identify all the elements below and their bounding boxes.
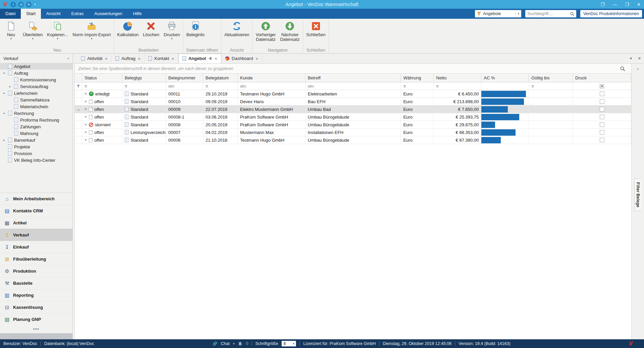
collapse-sidebar-icon[interactable]: ‹ bbox=[67, 56, 69, 61]
tree-item[interactable]: Angebot bbox=[0, 63, 72, 70]
menu-tab[interactable]: Start bbox=[21, 9, 41, 19]
fullscreen-icon[interactable]: ❐ bbox=[601, 2, 605, 7]
column-header-belegdatum[interactable]: Belegdatum bbox=[203, 74, 238, 82]
nav-item[interactable]: ↧ Einkauf bbox=[0, 241, 72, 253]
nav-overflow-button[interactable]: ••• bbox=[0, 325, 72, 333]
document-tab[interactable]: Dashboard bbox=[221, 54, 262, 63]
nav-item[interactable]: ▧ Planung GNP bbox=[0, 313, 72, 325]
grid-search-icon[interactable] bbox=[620, 66, 625, 71]
expand-panel-icon[interactable]: › bbox=[637, 66, 638, 71]
filter-cell-ac-percent[interactable] bbox=[481, 82, 529, 90]
tree-item[interactable]: VK Beleg Info-Center bbox=[0, 157, 72, 163]
druck-checkbox[interactable] bbox=[600, 122, 604, 127]
tree-item[interactable]: Mahnung bbox=[0, 130, 72, 137]
notifications-bell-icon[interactable] bbox=[238, 341, 243, 346]
table-row[interactable]: + offen Standard 00010 09.09.2019 Devex … bbox=[75, 98, 631, 106]
tree-item[interactable]: Provision bbox=[0, 150, 72, 157]
tree-item[interactable]: ▾ Lieferschein bbox=[0, 90, 72, 96]
tree-expander-icon[interactable]: ▾ bbox=[3, 92, 8, 95]
table-row[interactable]: + storniert Standard 00008 20.05.2019 Pr… bbox=[75, 121, 631, 129]
chat-dropdown-icon[interactable]: ▾ bbox=[233, 342, 235, 345]
druck-checkbox[interactable] bbox=[600, 138, 604, 142]
menu-tab[interactable]: Extras bbox=[66, 9, 89, 19]
filter-cell-druck[interactable] bbox=[573, 82, 631, 90]
nav-item[interactable]: ▥ Reporting bbox=[0, 289, 72, 301]
expand-row-icon[interactable]: + bbox=[85, 91, 89, 96]
druck-checkbox[interactable] bbox=[600, 91, 604, 96]
tree-item[interactable]: ▾ Rechnung bbox=[0, 110, 72, 117]
filter-cell-kunde[interactable]: abc bbox=[238, 82, 306, 90]
expand-row-icon[interactable]: + bbox=[85, 99, 89, 104]
tree-item[interactable]: Projekte bbox=[0, 143, 72, 150]
statusbar-chat[interactable]: Chat bbox=[221, 341, 229, 346]
chevron-down-icon[interactable]: ▾ bbox=[34, 3, 36, 6]
filter-cell-gueltig-bis[interactable]: = bbox=[529, 82, 573, 90]
expand-row-icon[interactable]: + bbox=[85, 130, 89, 135]
filter-cell-netto[interactable]: = bbox=[434, 82, 481, 90]
table-row[interactable]: → + offen Standard 00009 22.07.2019 Elek bbox=[75, 106, 631, 113]
expand-row-icon[interactable]: + bbox=[85, 115, 89, 119]
minimize-icon[interactable]: — bbox=[612, 2, 617, 7]
column-header-belegtyp[interactable]: Belegtyp bbox=[122, 74, 166, 82]
expand-row-icon[interactable]: + bbox=[85, 107, 89, 112]
expand-row-icon[interactable]: + bbox=[85, 122, 89, 127]
column-header-waehrung[interactable]: Währung bbox=[401, 74, 434, 82]
tab-close-icon[interactable] bbox=[171, 56, 174, 61]
column-header-druck[interactable]: Druck bbox=[573, 74, 631, 82]
ueberleiten-button[interactable]: Überleiten bbox=[21, 20, 45, 47]
tab-close-icon[interactable] bbox=[105, 56, 108, 61]
menu-tab[interactable]: Ansicht bbox=[41, 9, 66, 19]
nav-item[interactable]: ⊟ Kassenlösung bbox=[0, 301, 72, 313]
close-icon[interactable]: ✕ bbox=[637, 2, 641, 7]
tab-close-icon[interactable] bbox=[214, 56, 217, 61]
naechster-datensatz-button[interactable]: Nächster Datensatz bbox=[278, 20, 302, 47]
pin-icon[interactable] bbox=[208, 57, 212, 60]
vorheriger-datensatz-button[interactable]: Vorheriger Datensatz bbox=[254, 20, 278, 47]
document-tab[interactable]: Aktivität bbox=[77, 54, 112, 63]
beleginfo-button[interactable]: Beleginfo bbox=[184, 20, 206, 47]
document-tab[interactable]: Kontakt bbox=[145, 54, 178, 63]
druck-checkbox[interactable] bbox=[600, 130, 604, 135]
tree-item[interactable]: ▸ Serviceauftrag bbox=[0, 83, 72, 90]
tab-close-icon[interactable] bbox=[255, 56, 258, 61]
schliessen-button[interactable]: Schließen bbox=[304, 20, 328, 47]
table-row[interactable]: + offen Standard 00006 21.10.2018 Testma… bbox=[75, 136, 631, 144]
nav-item[interactable]: ⚒ Baustelle bbox=[0, 277, 72, 289]
tree-expander-icon[interactable]: ▸ bbox=[3, 139, 8, 142]
tree-item[interactable]: Zahlungen bbox=[0, 123, 72, 130]
loeschen-button[interactable]: Löschen bbox=[141, 20, 161, 47]
expand-row-icon[interactable]: + bbox=[85, 138, 89, 142]
tree-expander-icon[interactable]: ▸ bbox=[9, 85, 14, 88]
column-header-belegnummer[interactable]: Belegnummer bbox=[166, 74, 203, 82]
aktualisieren-button[interactable]: Aktualisieren bbox=[222, 20, 251, 47]
filter-cell-waehrung[interactable]: = bbox=[401, 82, 434, 90]
nav-item[interactable]: ⚙ Produktion bbox=[0, 265, 72, 277]
tree-item[interactable]: ▾ Auftrag bbox=[0, 70, 72, 76]
filter-row-cell[interactable] bbox=[75, 82, 82, 90]
power-icon[interactable]: ⊙ bbox=[18, 2, 24, 7]
tree-item[interactable]: Kommissionierung bbox=[0, 76, 72, 83]
group-by-panel[interactable]: Ziehen Sie eine Spaltenüberschrift in di… bbox=[75, 64, 631, 74]
neu-button[interactable]: Neu bbox=[2, 20, 20, 47]
tree-item[interactable]: ▸ Barverkauf bbox=[0, 137, 72, 143]
filter-cell-belegdatum[interactable]: = bbox=[203, 82, 238, 90]
view-filter-dropdown[interactable]: Angebote bbox=[475, 10, 521, 17]
druck-checkbox[interactable] bbox=[600, 107, 604, 112]
nav-item[interactable]: ⌂ Mein Arbeitsbereich bbox=[0, 193, 72, 205]
tab-close-icon[interactable] bbox=[138, 56, 141, 61]
column-header-kunde[interactable]: Kunde bbox=[238, 74, 306, 82]
tabbar-close-icon[interactable]: ✕ bbox=[638, 56, 641, 61]
drucken-button[interactable]: Drucken bbox=[162, 20, 182, 47]
product-info-button[interactable]: VenDoc Produktinformationen bbox=[580, 10, 642, 17]
nav-item[interactable]: ↥ Verkauf bbox=[0, 229, 72, 241]
column-header-gueltig-bis[interactable]: Gültig bis bbox=[529, 74, 573, 82]
maximize-icon[interactable]: ❒ bbox=[625, 2, 629, 7]
fontsize-select[interactable]: 8 bbox=[281, 341, 296, 347]
norm-import-export-button[interactable]: Norm Import-Export bbox=[70, 20, 113, 47]
column-header-status[interactable]: Status bbox=[82, 74, 122, 82]
column-header-betreff[interactable]: Betreff bbox=[306, 74, 401, 82]
druck-checkbox[interactable] bbox=[600, 115, 604, 119]
nav-item[interactable]: ▦ Artikel bbox=[0, 217, 72, 229]
kalkulation-button[interactable]: Kalkulation bbox=[115, 20, 141, 47]
refresh-icon[interactable]: ↻ bbox=[26, 2, 32, 7]
